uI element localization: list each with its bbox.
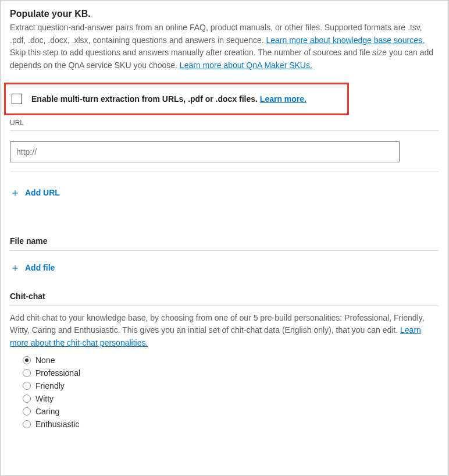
chit-chat-radio-friendly[interactable]: Friendly xyxy=(23,381,439,390)
chit-chat-desc-text: Add chit-chat to your knowledge base, by… xyxy=(10,313,425,335)
radio-icon xyxy=(23,407,31,415)
multi-turn-label-text: Enable multi-turn extraction from URLs, … xyxy=(31,94,260,104)
add-file-label: Add file xyxy=(25,263,55,272)
chit-chat-radio-professional[interactable]: Professional xyxy=(23,368,439,378)
multi-turn-label: Enable multi-turn extraction from URLs, … xyxy=(31,94,307,104)
radio-label: Enthusiastic xyxy=(35,420,79,429)
add-url-label: Add URL xyxy=(25,188,60,197)
radio-label: Professional xyxy=(35,368,80,378)
learn-skus-link[interactable]: Learn more about QnA Maker SKUs. xyxy=(180,61,312,70)
chit-chat-radio-group: NoneProfessionalFriendlyWittyCaringEnthu… xyxy=(10,356,439,429)
page-title: Populate your KB. xyxy=(10,9,439,19)
file-name-label: File name xyxy=(10,236,439,246)
multi-turn-highlight: Enable multi-turn extraction from URLs, … xyxy=(4,83,349,115)
radio-icon xyxy=(23,382,31,390)
plus-icon: ＋ xyxy=(10,187,20,198)
multi-turn-checkbox[interactable] xyxy=(12,94,22,104)
radio-label: None xyxy=(35,356,55,365)
add-file-button[interactable]: ＋ Add file xyxy=(10,259,55,276)
multi-turn-learn-more-link[interactable]: Learn more. xyxy=(260,94,307,104)
chit-chat-radio-enthusiastic[interactable]: Enthusiastic xyxy=(23,420,439,429)
plus-icon: ＋ xyxy=(10,262,20,273)
add-url-button[interactable]: ＋ Add URL xyxy=(10,184,60,201)
url-field-label: URL xyxy=(10,119,439,127)
radio-icon xyxy=(23,369,31,377)
url-divider-2 xyxy=(10,172,439,172)
radio-label: Caring xyxy=(35,407,59,416)
learn-kb-sources-link[interactable]: Learn more about knowledge base sources. xyxy=(266,35,424,45)
url-input[interactable] xyxy=(10,141,400,162)
chit-chat-radio-none[interactable]: None xyxy=(23,356,439,365)
page-description: Extract question-and-answer pairs from a… xyxy=(10,22,439,72)
chit-chat-description: Add chit-chat to your knowledge base, by… xyxy=(10,312,439,350)
chitchat-divider xyxy=(10,306,439,306)
radio-label: Friendly xyxy=(35,381,65,390)
radio-icon xyxy=(23,420,31,428)
url-divider xyxy=(10,130,439,131)
chit-chat-radio-witty[interactable]: Witty xyxy=(23,394,439,403)
populate-kb-panel: Populate your KB. Extract question-and-a… xyxy=(0,0,449,476)
chit-chat-radio-caring[interactable]: Caring xyxy=(23,407,439,416)
radio-icon xyxy=(23,395,31,403)
radio-label: Witty xyxy=(35,394,54,403)
file-divider xyxy=(10,250,439,251)
radio-icon xyxy=(23,356,31,364)
chit-chat-heading: Chit-chat xyxy=(10,292,439,301)
